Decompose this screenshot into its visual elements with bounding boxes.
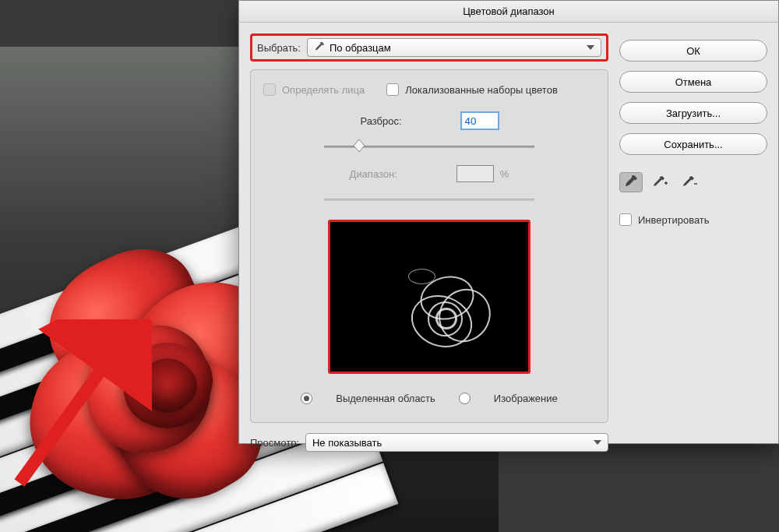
canvas-area: Цветовой диапазон Выбрать: По образцам <box>0 0 779 532</box>
options-panel: Определять лица Локализованные наборы цв… <box>250 69 608 423</box>
select-label: Выбрать: <box>257 42 301 54</box>
detect-faces-label: Определять лица <box>282 84 365 96</box>
preview-mode-dropdown[interactable]: Не показывать <box>305 433 608 452</box>
ok-button[interactable]: ОК <box>619 40 767 62</box>
chevron-down-icon <box>587 45 594 50</box>
localized-checkbox[interactable] <box>386 83 399 96</box>
preview-label: Просмотр: <box>250 437 299 449</box>
range-slider <box>324 193 534 207</box>
fuzziness-input[interactable] <box>461 112 499 129</box>
eyedropper-tools <box>619 172 767 192</box>
eyedropper-add-tool[interactable] <box>649 172 672 192</box>
save-button[interactable]: Сохранить... <box>619 133 767 155</box>
radio-selection[interactable] <box>301 393 312 404</box>
cancel-button[interactable]: Отмена <box>619 71 767 93</box>
eyedropper-icon <box>624 175 638 189</box>
color-range-dialog: Цветовой диапазон Выбрать: По образцам <box>238 0 779 444</box>
chevron-down-icon <box>594 440 601 445</box>
invert-checkbox[interactable] <box>619 213 632 226</box>
load-button[interactable]: Загрузить... <box>619 102 767 124</box>
select-method-dropdown[interactable]: По образцам <box>307 38 601 57</box>
selection-preview[interactable] <box>328 220 530 374</box>
invert-label: Инвертировать <box>638 214 710 226</box>
preview-mode-value: Не показывать <box>312 437 382 449</box>
eyedropper-plus-icon <box>653 175 668 189</box>
select-row-highlight: Выбрать: По образцам <box>250 33 608 62</box>
eyedropper-subtract-tool[interactable] <box>679 172 702 192</box>
eyedropper-tool[interactable] <box>619 172 643 192</box>
range-unit: % <box>500 168 509 180</box>
slider-thumb[interactable] <box>354 139 365 152</box>
range-label: Диапазон: <box>350 168 397 180</box>
eyedropper-minus-icon <box>682 175 698 189</box>
range-input <box>456 165 494 182</box>
preview-rose <box>404 269 498 354</box>
select-method-value: По образцам <box>330 42 391 54</box>
detect-faces-checkbox <box>263 83 276 96</box>
eyedropper-icon <box>314 42 325 53</box>
radio-image-label: Изображение <box>494 393 558 404</box>
fuzziness-label: Разброс: <box>360 115 401 127</box>
radio-image[interactable] <box>459 393 471 404</box>
dialog-title: Цветовой диапазон <box>239 1 778 23</box>
fuzziness-slider[interactable] <box>324 140 534 154</box>
localized-label: Локализованные наборы цветов <box>405 84 558 96</box>
radio-selection-label: Выделенная область <box>336 393 435 404</box>
